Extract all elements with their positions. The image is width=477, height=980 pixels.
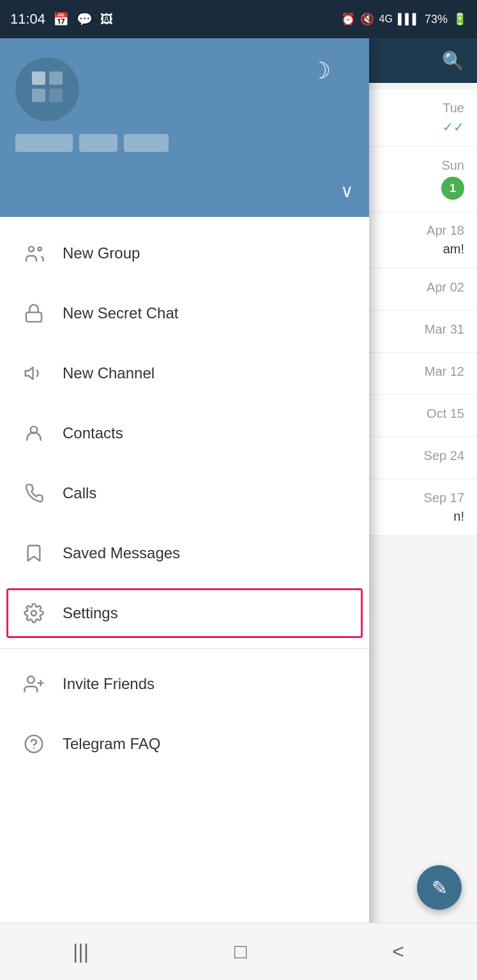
invite-friends-label: Invite Friends [63,675,155,693]
sidebar-item-new-secret-chat[interactable]: New Secret Chat [0,283,369,343]
megaphone-icon [18,357,50,389]
image-icon: 🖼 [100,12,113,27]
new-group-label: New Group [63,244,140,262]
calls-label: Calls [63,484,96,502]
battery-icon: 🔋 [453,12,467,26]
settings-label: Settings [63,604,118,622]
navigation-drawer: ☽ ∨ New Group New Secret Chat [0,38,369,980]
sidebar-item-new-group[interactable]: New Group [0,223,369,283]
phone-icon [18,477,50,509]
svg-marker-7 [26,368,33,380]
telegram-faq-label: Telegram FAQ [63,735,160,753]
sidebar-item-contacts[interactable]: Contacts [0,403,369,463]
chevron-down-icon[interactable]: ∨ [340,181,354,202]
username-blur-2 [79,134,117,152]
battery-display: 73% [425,13,448,26]
app-layout: 🔍 Tue ✓✓ Sun 1 Apr 18 am! [0,38,477,980]
chat-meta: Sep 24 [424,449,464,467]
chat-meta: Mar 31 [425,322,464,341]
messenger-icon: 💬 [77,11,93,27]
sidebar-item-telegram-faq[interactable]: Telegram FAQ [0,714,369,774]
username-area [15,134,354,152]
chat-meta: Apr 02 [427,280,464,299]
chat-meta: Tue ✓✓ [443,101,464,135]
chat-preview: n! [424,509,464,524]
drawer-menu: New Group New Secret Chat New Channel [0,217,369,980]
username-blur-1 [15,134,73,152]
sidebar-item-saved-messages[interactable]: Saved Messages [0,523,369,583]
drawer-header: ☽ ∨ [0,38,369,217]
sidebar-item-new-channel[interactable]: New Channel [0,343,369,403]
compose-icon: ✎ [432,877,448,899]
svg-rect-1 [49,71,63,85]
chat-meta: Oct 15 [427,406,464,425]
svg-point-13 [26,736,43,753]
search-icon[interactable]: 🔍 [442,50,464,71]
chat-date: Oct 15 [427,406,464,421]
chat-date: Sun [441,158,464,173]
chat-date: Apr 02 [427,280,464,295]
unread-badge: 1 [441,177,464,200]
svg-point-10 [27,676,34,683]
mute-icon: 🔇 [360,12,374,26]
status-right: ⏰ 🔇 4G ▌▌▌ 73% 🔋 [341,12,467,26]
settings-highlight-border [6,588,363,638]
compose-fab[interactable]: ✎ [417,865,462,910]
sidebar-item-calls[interactable]: Calls [0,463,369,523]
username-blur-3 [124,134,169,152]
chat-date: Sep 17 [424,491,464,505]
svg-rect-3 [49,89,63,102]
network-icon: 4G [379,13,393,25]
chat-meta: Sep 17 n! [424,491,464,524]
help-circle-icon [18,728,50,760]
settings-icon [18,597,50,629]
night-mode-icon[interactable]: ☽ [310,57,331,84]
avatar[interactable] [15,57,79,121]
sidebar-item-settings[interactable]: Settings [0,583,369,643]
calendar-icon: 📅 [53,11,69,27]
contacts-label: Contacts [63,424,123,442]
avatar-icon [28,68,66,112]
nav-menu-icon[interactable]: ||| [73,940,89,963]
nav-home-icon[interactable]: □ [234,940,246,963]
navigation-bar: ||| □ < [0,923,477,980]
chat-meta: Apr 18 am! [427,223,464,256]
new-channel-label: New Channel [63,364,155,382]
svg-point-9 [31,611,36,616]
new-secret-chat-label: New Secret Chat [63,304,178,322]
chat-date: Apr 18 [427,223,464,238]
svg-point-4 [29,246,34,251]
svg-rect-2 [32,89,45,102]
lock-icon [18,297,50,329]
chat-preview: am! [427,242,464,256]
group-icon [18,237,50,269]
chat-date: Mar 12 [425,364,464,379]
chat-date: Mar 31 [425,322,464,337]
chat-check: ✓✓ [443,119,464,135]
saved-messages-label: Saved Messages [63,544,180,562]
status-bar: 11:04 📅 💬 🖼 ⏰ 🔇 4G ▌▌▌ 73% 🔋 [0,0,477,38]
alarm-icon: ⏰ [341,12,355,26]
status-left: 11:04 📅 💬 🖼 [10,11,113,27]
chat-date: Sep 24 [424,449,464,463]
chat-meta: Sun 1 [441,158,464,200]
svg-rect-0 [32,71,45,85]
chat-date: Tue [443,101,464,115]
sidebar-item-invite-friends[interactable]: Invite Friends [0,654,369,714]
signal-bars: ▌▌▌ [398,13,420,25]
svg-rect-6 [26,313,42,322]
bookmark-icon [18,537,50,569]
nav-back-icon[interactable]: < [392,940,404,963]
menu-divider [0,648,369,649]
person-icon [18,417,50,449]
svg-point-5 [38,248,42,251]
time-display: 11:04 [10,11,45,27]
chat-meta: Mar 12 [425,364,464,383]
person-add-icon [18,668,50,700]
